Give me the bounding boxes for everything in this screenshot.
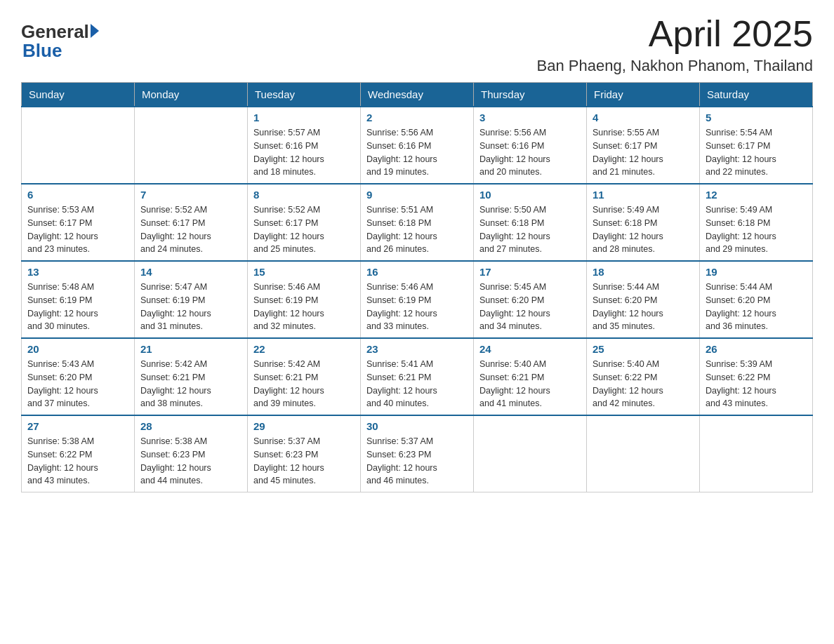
day-info: Sunrise: 5:37 AMSunset: 6:23 PMDaylight:… bbox=[366, 435, 468, 488]
calendar-cell: 13Sunrise: 5:48 AMSunset: 6:19 PMDayligh… bbox=[22, 261, 135, 338]
day-info: Sunrise: 5:47 AMSunset: 6:19 PMDaylight:… bbox=[140, 281, 241, 333]
day-number: 15 bbox=[253, 266, 355, 278]
calendar-cell: 5Sunrise: 5:54 AMSunset: 6:17 PMDaylight… bbox=[700, 107, 813, 184]
day-info: Sunrise: 5:56 AMSunset: 6:16 PMDaylight:… bbox=[479, 126, 581, 179]
day-info: Sunrise: 5:44 AMSunset: 6:20 PMDaylight:… bbox=[593, 281, 694, 333]
calendar-cell: 22Sunrise: 5:42 AMSunset: 6:21 PMDayligh… bbox=[248, 338, 361, 415]
day-info: Sunrise: 5:52 AMSunset: 6:17 PMDaylight:… bbox=[140, 203, 241, 256]
day-number: 24 bbox=[479, 343, 581, 355]
day-number: 25 bbox=[593, 343, 694, 355]
day-number: 3 bbox=[479, 112, 581, 123]
calendar-cell: 23Sunrise: 5:41 AMSunset: 6:21 PMDayligh… bbox=[361, 338, 474, 415]
location-title: Ban Phaeng, Nakhon Phanom, Thailand bbox=[537, 57, 813, 75]
calendar-header-thursday: Thursday bbox=[474, 83, 587, 107]
calendar-cell: 2Sunrise: 5:56 AMSunset: 6:16 PMDaylight… bbox=[361, 107, 474, 184]
day-number: 7 bbox=[140, 189, 241, 201]
calendar-cell: 26Sunrise: 5:39 AMSunset: 6:22 PMDayligh… bbox=[700, 338, 813, 415]
calendar-header-saturday: Saturday bbox=[700, 83, 813, 107]
calendar-cell: 9Sunrise: 5:51 AMSunset: 6:18 PMDaylight… bbox=[361, 184, 474, 261]
calendar-cell: 16Sunrise: 5:46 AMSunset: 6:19 PMDayligh… bbox=[361, 261, 474, 338]
calendar-cell: 19Sunrise: 5:44 AMSunset: 6:20 PMDayligh… bbox=[700, 261, 813, 338]
day-info: Sunrise: 5:43 AMSunset: 6:20 PMDaylight:… bbox=[27, 358, 128, 410]
calendar-cell: 28Sunrise: 5:38 AMSunset: 6:23 PMDayligh… bbox=[135, 415, 248, 492]
calendar-cell: 11Sunrise: 5:49 AMSunset: 6:18 PMDayligh… bbox=[587, 184, 700, 261]
day-number: 10 bbox=[479, 189, 581, 201]
calendar-table: SundayMondayTuesdayWednesdayThursdayFrid… bbox=[21, 82, 813, 492]
day-info: Sunrise: 5:46 AMSunset: 6:19 PMDaylight:… bbox=[366, 281, 468, 333]
day-number: 12 bbox=[706, 189, 807, 201]
day-info: Sunrise: 5:40 AMSunset: 6:22 PMDaylight:… bbox=[593, 358, 694, 410]
day-number: 17 bbox=[479, 266, 581, 278]
day-number: 11 bbox=[593, 189, 694, 201]
day-info: Sunrise: 5:49 AMSunset: 6:18 PMDaylight:… bbox=[706, 203, 807, 256]
day-number: 9 bbox=[366, 189, 468, 201]
week-row-4: 20Sunrise: 5:43 AMSunset: 6:20 PMDayligh… bbox=[22, 338, 813, 415]
day-info: Sunrise: 5:52 AMSunset: 6:17 PMDaylight:… bbox=[253, 203, 355, 256]
calendar-cell: 21Sunrise: 5:42 AMSunset: 6:21 PMDayligh… bbox=[135, 338, 248, 415]
calendar-cell bbox=[700, 415, 813, 492]
day-info: Sunrise: 5:39 AMSunset: 6:22 PMDaylight:… bbox=[706, 358, 807, 410]
day-number: 4 bbox=[593, 112, 694, 123]
day-number: 21 bbox=[140, 343, 241, 355]
calendar-cell: 15Sunrise: 5:46 AMSunset: 6:19 PMDayligh… bbox=[248, 261, 361, 338]
calendar-cell: 7Sunrise: 5:52 AMSunset: 6:17 PMDaylight… bbox=[135, 184, 248, 261]
day-number: 19 bbox=[706, 266, 807, 278]
calendar-header-sunday: Sunday bbox=[22, 83, 135, 107]
day-info: Sunrise: 5:57 AMSunset: 6:16 PMDaylight:… bbox=[253, 126, 355, 179]
calendar-cell: 3Sunrise: 5:56 AMSunset: 6:16 PMDaylight… bbox=[474, 107, 587, 184]
day-number: 5 bbox=[706, 112, 807, 123]
day-info: Sunrise: 5:37 AMSunset: 6:23 PMDaylight:… bbox=[253, 435, 355, 488]
day-info: Sunrise: 5:51 AMSunset: 6:18 PMDaylight:… bbox=[366, 203, 468, 256]
day-number: 6 bbox=[27, 189, 128, 201]
calendar-header-row: SundayMondayTuesdayWednesdayThursdayFrid… bbox=[22, 83, 813, 107]
day-number: 30 bbox=[366, 420, 468, 432]
day-number: 29 bbox=[253, 420, 355, 432]
calendar-cell: 30Sunrise: 5:37 AMSunset: 6:23 PMDayligh… bbox=[361, 415, 474, 492]
day-number: 27 bbox=[27, 420, 128, 432]
calendar-cell: 6Sunrise: 5:53 AMSunset: 6:17 PMDaylight… bbox=[22, 184, 135, 261]
day-info: Sunrise: 5:53 AMSunset: 6:17 PMDaylight:… bbox=[27, 203, 128, 256]
day-number: 28 bbox=[140, 420, 241, 432]
calendar-header-monday: Monday bbox=[135, 83, 248, 107]
day-number: 23 bbox=[366, 343, 468, 355]
day-info: Sunrise: 5:38 AMSunset: 6:23 PMDaylight:… bbox=[140, 435, 241, 488]
calendar-cell: 20Sunrise: 5:43 AMSunset: 6:20 PMDayligh… bbox=[22, 338, 135, 415]
calendar-cell: 14Sunrise: 5:47 AMSunset: 6:19 PMDayligh… bbox=[135, 261, 248, 338]
day-info: Sunrise: 5:38 AMSunset: 6:22 PMDaylight:… bbox=[27, 435, 128, 488]
day-info: Sunrise: 5:42 AMSunset: 6:21 PMDaylight:… bbox=[253, 358, 355, 410]
week-row-2: 6Sunrise: 5:53 AMSunset: 6:17 PMDaylight… bbox=[22, 184, 813, 261]
day-info: Sunrise: 5:54 AMSunset: 6:17 PMDaylight:… bbox=[706, 126, 807, 179]
calendar-cell bbox=[587, 415, 700, 492]
calendar-header-tuesday: Tuesday bbox=[248, 83, 361, 107]
calendar-cell: 24Sunrise: 5:40 AMSunset: 6:21 PMDayligh… bbox=[474, 338, 587, 415]
calendar-cell: 25Sunrise: 5:40 AMSunset: 6:22 PMDayligh… bbox=[587, 338, 700, 415]
calendar-header-wednesday: Wednesday bbox=[361, 83, 474, 107]
week-row-1: 1Sunrise: 5:57 AMSunset: 6:16 PMDaylight… bbox=[22, 107, 813, 184]
day-info: Sunrise: 5:41 AMSunset: 6:21 PMDaylight:… bbox=[366, 358, 468, 410]
day-info: Sunrise: 5:50 AMSunset: 6:18 PMDaylight:… bbox=[479, 203, 581, 256]
day-number: 14 bbox=[140, 266, 241, 278]
day-number: 16 bbox=[366, 266, 468, 278]
day-info: Sunrise: 5:42 AMSunset: 6:21 PMDaylight:… bbox=[140, 358, 241, 410]
day-info: Sunrise: 5:40 AMSunset: 6:21 PMDaylight:… bbox=[479, 358, 581, 410]
day-number: 22 bbox=[253, 343, 355, 355]
day-info: Sunrise: 5:44 AMSunset: 6:20 PMDaylight:… bbox=[706, 281, 807, 333]
page-header: General Blue April 2025 Ban Phaeng, Nakh… bbox=[21, 14, 813, 75]
month-title: April 2025 bbox=[537, 14, 813, 54]
calendar-cell: 10Sunrise: 5:50 AMSunset: 6:18 PMDayligh… bbox=[474, 184, 587, 261]
title-area: April 2025 Ban Phaeng, Nakhon Phanom, Th… bbox=[537, 14, 813, 75]
week-row-5: 27Sunrise: 5:38 AMSunset: 6:22 PMDayligh… bbox=[22, 415, 813, 492]
calendar-cell: 17Sunrise: 5:45 AMSunset: 6:20 PMDayligh… bbox=[474, 261, 587, 338]
day-info: Sunrise: 5:55 AMSunset: 6:17 PMDaylight:… bbox=[593, 126, 694, 179]
calendar-cell: 12Sunrise: 5:49 AMSunset: 6:18 PMDayligh… bbox=[700, 184, 813, 261]
day-info: Sunrise: 5:46 AMSunset: 6:19 PMDaylight:… bbox=[253, 281, 355, 333]
week-row-3: 13Sunrise: 5:48 AMSunset: 6:19 PMDayligh… bbox=[22, 261, 813, 338]
day-number: 8 bbox=[253, 189, 355, 201]
calendar-cell bbox=[135, 107, 248, 184]
day-info: Sunrise: 5:56 AMSunset: 6:16 PMDaylight:… bbox=[366, 126, 468, 179]
calendar-cell: 8Sunrise: 5:52 AMSunset: 6:17 PMDaylight… bbox=[248, 184, 361, 261]
day-number: 13 bbox=[27, 266, 128, 278]
day-number: 2 bbox=[366, 112, 468, 123]
day-info: Sunrise: 5:45 AMSunset: 6:20 PMDaylight:… bbox=[479, 281, 581, 333]
calendar-header-friday: Friday bbox=[587, 83, 700, 107]
